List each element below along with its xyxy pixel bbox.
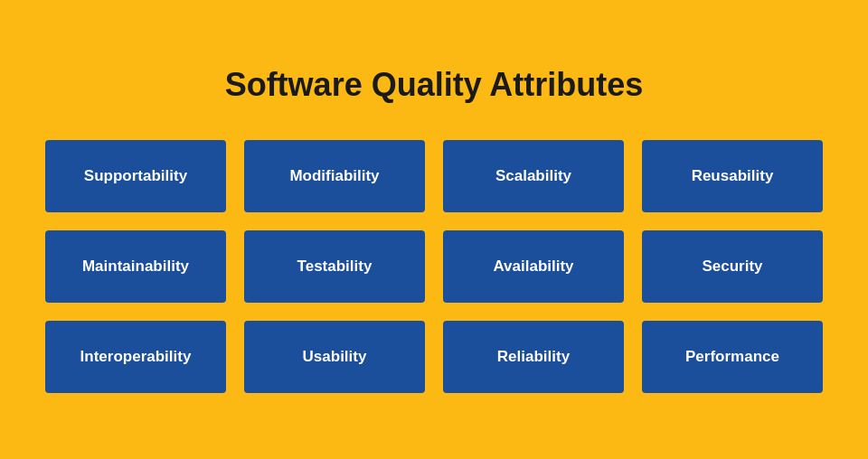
card-security[interactable]: Security (642, 230, 823, 303)
card-label-maintainability: Maintainability (73, 258, 198, 276)
card-testability[interactable]: Testability (244, 230, 425, 303)
card-label-modifiability: Modifiability (280, 167, 388, 185)
card-label-reusability: Reusability (683, 167, 783, 185)
card-reliability[interactable]: Reliability (443, 321, 624, 393)
card-modifiability[interactable]: Modifiability (244, 140, 425, 212)
card-performance[interactable]: Performance (642, 321, 823, 393)
card-label-performance: Performance (676, 348, 788, 366)
card-label-supportability: Supportability (75, 167, 196, 185)
card-interoperability[interactable]: Interoperability (45, 321, 226, 393)
card-label-reliability: Reliability (488, 348, 579, 366)
card-label-scalability: Scalability (486, 167, 580, 185)
card-scalability[interactable]: Scalability (443, 140, 624, 212)
card-label-testability: Testability (288, 258, 382, 276)
card-label-interoperability: Interoperability (71, 348, 201, 366)
card-label-security: Security (693, 258, 771, 276)
card-maintainability[interactable]: Maintainability (45, 230, 226, 303)
card-availability[interactable]: Availability (443, 230, 624, 303)
card-supportability[interactable]: Supportability (45, 140, 226, 212)
card-usability[interactable]: Usability (244, 321, 425, 393)
attributes-grid: SupportabilityModifiabilityScalabilityRe… (9, 140, 859, 393)
card-label-availability: Availability (484, 258, 582, 276)
page-title: Software Quality Attributes (225, 66, 644, 104)
card-label-usability: Usability (294, 348, 376, 366)
card-reusability[interactable]: Reusability (642, 140, 823, 212)
